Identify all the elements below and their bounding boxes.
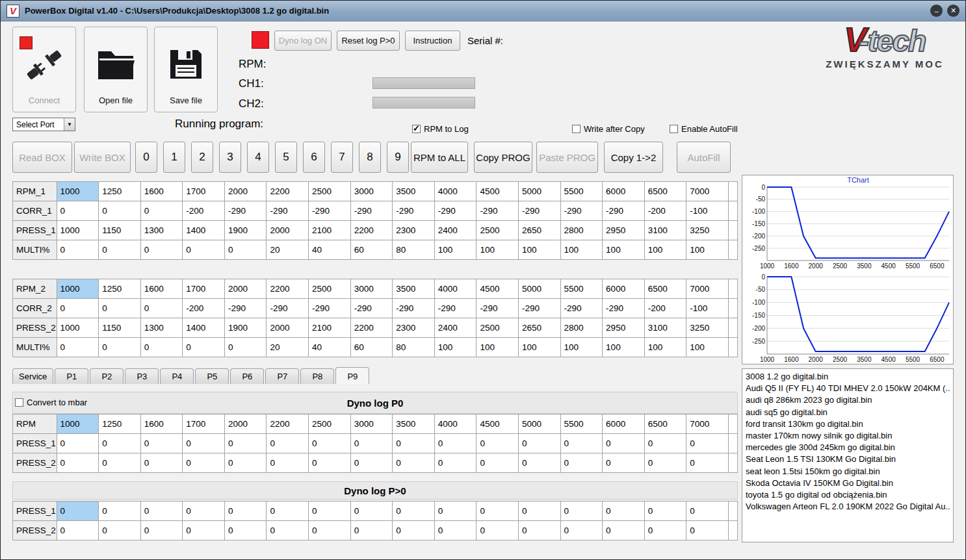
cell-RPM_2-7[interactable]: 3000 [350,279,393,299]
cell-MULTI%-6[interactable]: 40 [309,240,351,260]
cell-MULTI%-11[interactable]: 100 [518,240,560,260]
cell-PRESS_2-1[interactable]: 0 [99,453,141,473]
tab-p3[interactable]: P3 [125,368,159,384]
cell-PRESS_1-4[interactable]: 0 [224,434,267,453]
cell-RPM_1-11[interactable]: 5000 [518,182,560,201]
cell-PRESS_2-14[interactable]: 0 [644,453,686,473]
cell-PRESS_1-4[interactable]: 1900 [224,221,267,240]
digit-button-8[interactable]: 8 [359,142,381,173]
cell-PRESS_1-1[interactable]: 0 [99,502,141,521]
chevron-down-icon[interactable]: ▼ [64,118,75,131]
cell-PRESS_1-10[interactable]: 2500 [476,221,519,240]
cell-PRESS_1-6[interactable]: 2100 [309,221,351,240]
cell-PRESS_2-13[interactable]: 0 [603,453,645,473]
enable-autofill-checkbox[interactable]: Enable AutoFill [670,124,738,134]
cell-PRESS_2-11[interactable]: 0 [518,453,560,473]
cell-PRESS_2-2[interactable]: 0 [140,521,183,541]
minimize-button[interactable]: – [930,5,943,17]
cell-RPM_1-12[interactable]: 5500 [560,182,603,201]
cell-CORR_1-4[interactable]: -290 [224,201,267,221]
cell-CORR_2-8[interactable]: -290 [393,299,435,318]
cell-RPM_1-3[interactable]: 1700 [183,182,225,201]
tab-service[interactable]: Service [12,368,53,384]
cell-PRESS_2-5[interactable]: 0 [267,521,309,541]
cell-PRESS_2-5[interactable]: 2000 [267,318,309,338]
open-file-button[interactable]: Open file [84,27,148,112]
cell-PRESS_1-12[interactable]: 2800 [560,221,603,240]
save-file-button[interactable]: Save file [154,27,218,112]
cell-PRESS_2-4[interactable]: 1900 [224,318,267,338]
tab-p2[interactable]: P2 [90,368,124,384]
cell-CORR_2-13[interactable]: -290 [603,299,645,318]
cell-CORR_2-10[interactable]: -290 [476,299,519,318]
cell-PRESS_1-14[interactable]: 3100 [644,221,686,240]
cell-RPM_2-2[interactable]: 1600 [140,279,183,299]
cell-PRESS_2-6[interactable]: 0 [309,453,351,473]
digit-button-1[interactable]: 1 [163,142,185,173]
dyno-log-on-button[interactable]: Dyno log ON [274,31,332,51]
file-list-item[interactable]: Volkswagen Arteon FL 2.0 190KM 2022 Go D… [746,501,950,513]
cell-PRESS_2-0[interactable]: 1000 [57,318,99,338]
cell-PRESS_2-15[interactable]: 3250 [686,318,729,338]
cell-CORR_1-7[interactable]: -290 [350,201,393,221]
cell-PRESS_2-0[interactable]: 0 [57,521,99,541]
cell-PRESS_2-12[interactable]: 0 [560,521,603,541]
checkbox-box[interactable] [412,125,421,133]
paste-prog-button[interactable]: Paste PROG [536,142,598,173]
cell-MULTI%-3[interactable]: 0 [183,338,225,357]
cell-CORR_1-2[interactable]: 0 [140,201,183,221]
cell-MULTI%-13[interactable]: 100 [603,240,645,260]
checkbox-box[interactable] [670,125,678,133]
cell-CORR_2-3[interactable]: -200 [183,299,225,318]
cell-RPM_2-4[interactable]: 2000 [224,279,267,299]
cell-PRESS_2-2[interactable]: 0 [140,453,183,473]
cell-MULTI%-8[interactable]: 80 [393,240,435,260]
cell-PRESS_1-10[interactable]: 0 [476,434,519,453]
tab-p4[interactable]: P4 [160,368,194,384]
cell-MULTI%-5[interactable]: 20 [267,240,309,260]
cell-PRESS_2-4[interactable]: 0 [224,453,267,473]
cell-PRESS_2-6[interactable]: 2100 [309,318,351,338]
cell-RPM-10[interactable]: 4500 [476,414,519,434]
cell-RPM_1-5[interactable]: 2200 [267,182,309,201]
rpm-to-log-checkbox[interactable]: RPM to Log [412,124,469,134]
cell-PRESS_1-1[interactable]: 0 [99,434,141,453]
cell-PRESS_2-13[interactable]: 0 [603,521,645,541]
cell-PRESS_2-8[interactable]: 2300 [393,318,435,338]
cell-MULTI%-9[interactable]: 100 [434,240,476,260]
cell-CORR_1-8[interactable]: -290 [393,201,435,221]
cell-PRESS_1-7[interactable]: 2200 [350,221,393,240]
cell-CORR_1-13[interactable]: -290 [603,201,645,221]
cell-MULTI%-3[interactable]: 0 [183,240,225,260]
digit-button-2[interactable]: 2 [191,142,213,173]
cell-PRESS_2-2[interactable]: 1300 [140,318,183,338]
cell-PRESS_1-15[interactable]: 3250 [686,221,729,240]
cell-CORR_2-7[interactable]: -290 [350,299,393,318]
cell-CORR_2-6[interactable]: -290 [309,299,351,318]
connect-button[interactable]: Connect [12,27,76,112]
cell-PRESS_1-4[interactable]: 0 [224,502,267,521]
cell-MULTI%-11[interactable]: 100 [518,338,560,357]
instruction-button[interactable]: Instruction [405,31,460,51]
cell-MULTI%-14[interactable]: 100 [644,240,686,260]
cell-PRESS_1-12[interactable]: 0 [560,434,603,453]
cell-RPM_1-4[interactable]: 2000 [224,182,267,201]
cell-PRESS_1-2[interactable]: 0 [140,502,183,521]
reset-log-button[interactable]: Reset log P>0 [337,31,400,51]
checkbox-box[interactable] [15,398,23,407]
cell-RPM-15[interactable]: 7000 [686,414,729,434]
cell-RPM-3[interactable]: 1700 [183,414,225,434]
cell-PRESS_1-13[interactable]: 2950 [603,221,645,240]
cell-PRESS_2-9[interactable]: 0 [434,521,476,541]
cell-RPM-11[interactable]: 5000 [518,414,560,434]
cell-MULTI%-13[interactable]: 100 [603,338,645,357]
cell-RPM-7[interactable]: 3000 [350,414,393,434]
cell-PRESS_1-5[interactable]: 0 [267,502,309,521]
cell-MULTI%-2[interactable]: 0 [140,338,183,357]
cell-MULTI%-12[interactable]: 100 [560,240,603,260]
cell-MULTI%-10[interactable]: 100 [476,240,519,260]
cell-RPM_2-0[interactable]: 1000 [57,279,99,299]
tab-p8[interactable]: P8 [300,368,334,384]
cell-MULTI%-2[interactable]: 0 [140,240,183,260]
cell-CORR_2-11[interactable]: -290 [518,299,560,318]
